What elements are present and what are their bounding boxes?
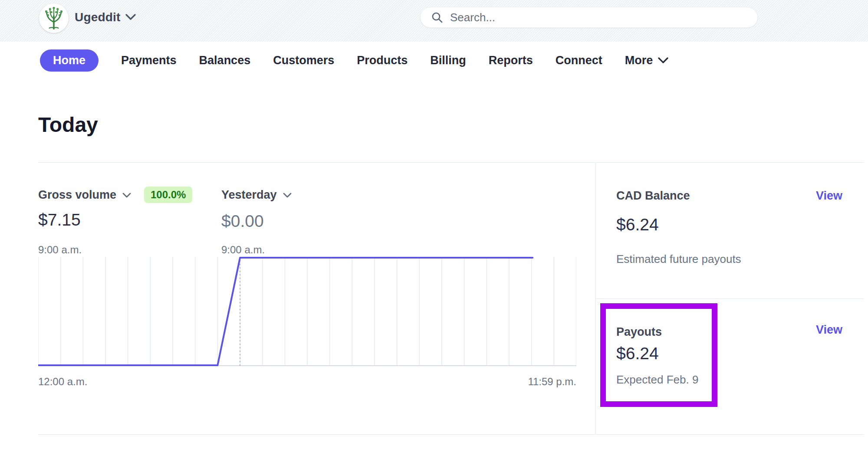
page-title: Today: [38, 113, 98, 137]
payouts-subtitle: Expected Feb. 9: [616, 373, 698, 387]
cad-balance-subtitle: Estimated future payouts: [616, 252, 741, 266]
tab-home[interactable]: Home: [40, 49, 99, 72]
tab-connect[interactable]: Connect: [556, 54, 602, 67]
tab-more[interactable]: More: [625, 54, 669, 67]
right-panel-divider: [595, 298, 864, 299]
gross-volume-value: $7.15: [38, 210, 81, 229]
gross-volume-chevron-down-icon: [122, 192, 131, 198]
yesterday-time: 9:00 a.m.: [221, 244, 265, 256]
account-name[interactable]: Ugeddit: [75, 10, 121, 24]
payouts-value: $6.24: [616, 344, 659, 363]
tab-balances[interactable]: Balances: [199, 54, 251, 67]
main-nav: Home Payments Balances Customers Product…: [40, 42, 668, 79]
x-axis-start-label: 12:00 a.m.: [38, 376, 168, 388]
top-divider: [38, 162, 864, 163]
x-axis-end-label: 11:59 p.m.: [446, 376, 576, 388]
tab-reports[interactable]: Reports: [489, 54, 533, 67]
topbar: Ugeddit Search...: [0, 0, 868, 42]
cad-balance-title: CAD Balance: [616, 189, 690, 203]
tab-billing[interactable]: Billing: [430, 54, 466, 67]
search-input[interactable]: Search...: [420, 7, 758, 28]
tab-payments[interactable]: Payments: [121, 54, 177, 67]
dashboard-screen: Ugeddit Search... Home Payments Balances…: [0, 0, 868, 449]
gross-volume-label: Gross volume: [38, 188, 116, 202]
yesterday-value: $0.00: [221, 212, 264, 231]
bottom-divider: [38, 434, 864, 435]
cad-balance-value: $6.24: [616, 215, 659, 234]
gross-volume-time: 9:00 a.m.: [38, 244, 82, 256]
search-icon: [431, 11, 443, 23]
tab-more-label: More: [625, 54, 653, 67]
tab-products[interactable]: Products: [357, 54, 408, 67]
tree-logo-icon: [42, 6, 66, 30]
yesterday-chevron-down-icon: [283, 192, 292, 198]
yesterday-label: Yesterday: [221, 188, 277, 202]
account-chevron-down-icon[interactable]: [125, 13, 136, 21]
tab-customers[interactable]: Customers: [273, 54, 334, 67]
search-placeholder: Search...: [450, 11, 495, 24]
yesterday-selector[interactable]: Yesterday: [221, 188, 292, 202]
gross-volume-selector[interactable]: Gross volume: [38, 188, 131, 202]
payouts-view-link[interactable]: View: [816, 323, 842, 337]
payouts-title: Payouts: [616, 325, 662, 339]
gross-volume-chart: [38, 257, 576, 367]
more-chevron-down-icon: [658, 57, 668, 64]
cad-balance-view-link[interactable]: View: [816, 189, 842, 203]
growth-badge: 100.0%: [144, 187, 192, 203]
account-logo[interactable]: [39, 3, 69, 33]
